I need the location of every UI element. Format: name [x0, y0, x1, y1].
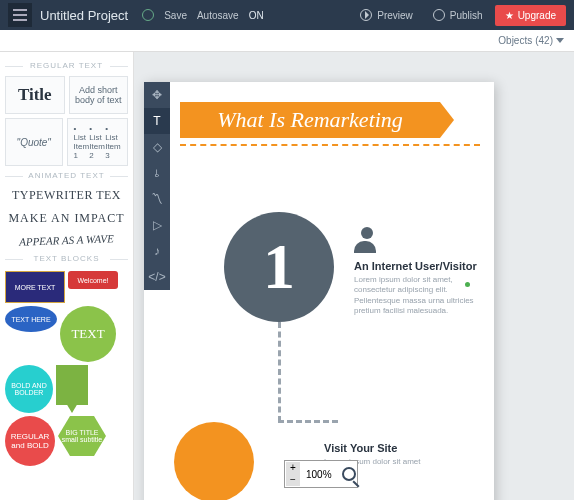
canvas-area[interactable]: ✥ T ◇ ⫰ 〽 ▷ ♪ </> What Is Remarketing 1 …: [134, 52, 574, 500]
tile-title[interactable]: Title: [5, 76, 65, 114]
tool-audio[interactable]: ♪: [144, 238, 170, 264]
tool-chart[interactable]: ⫰: [144, 160, 170, 186]
step-1-text[interactable]: An Internet User/Visitor Lorem ipsum dol…: [354, 260, 484, 317]
publish-icon: [433, 9, 445, 21]
section-animated-text: ANIMATED TEXT: [5, 171, 128, 180]
zoom-control: + − 100%: [284, 460, 358, 488]
block-regular-bold[interactable]: REGULAR and BOLD: [5, 416, 55, 466]
tool-shapes[interactable]: ◇: [144, 134, 170, 160]
tile-quote[interactable]: "Quote": [5, 118, 63, 166]
step-2-circle[interactable]: [174, 422, 254, 500]
star-icon: ★: [505, 10, 514, 21]
block-welcome[interactable]: Welcome!: [68, 271, 118, 289]
zoom-in-button[interactable]: +: [286, 462, 300, 474]
block-big-title[interactable]: BIG TITLE small subtitle: [58, 416, 106, 456]
save-icon: [142, 9, 154, 21]
dotted-divider: [180, 144, 480, 146]
tile-body-text[interactable]: Add short body of text: [69, 76, 129, 114]
play-circle-icon: [360, 9, 372, 21]
autosave-state[interactable]: ON: [249, 10, 264, 21]
upgrade-button[interactable]: ★ Upgrade: [495, 5, 566, 26]
connector-corner: [278, 420, 338, 423]
block-pin[interactable]: [56, 365, 88, 405]
publish-button[interactable]: Publish: [425, 9, 491, 21]
objects-dropdown[interactable]: Objects (42): [498, 35, 564, 46]
zoom-level: 100%: [302, 469, 336, 480]
tile-list[interactable]: • List Item 1 • List Item 2 • List Item …: [67, 118, 129, 166]
tool-move[interactable]: ✥: [144, 82, 170, 108]
step-1-circle[interactable]: 1: [224, 212, 334, 322]
chevron-down-icon: [556, 38, 564, 43]
canvas[interactable]: ✥ T ◇ ⫰ 〽 ▷ ♪ </> What Is Remarketing 1 …: [144, 82, 494, 500]
connector-line: [278, 322, 281, 422]
block-text-here[interactable]: TEXT HERE: [5, 306, 57, 332]
tool-code[interactable]: </>: [144, 264, 170, 290]
toolstrip: ✥ T ◇ ⫰ 〽 ▷ ♪ </>: [144, 82, 170, 290]
preview-button[interactable]: Preview: [352, 9, 421, 21]
person-icon: [354, 227, 380, 253]
anim-wave[interactable]: APPEAR AS A WAVE: [5, 232, 128, 248]
tool-stats[interactable]: 〽: [144, 186, 170, 212]
tool-text[interactable]: T: [144, 108, 170, 134]
block-bold[interactable]: BOLD AND BOLDER: [5, 365, 53, 413]
autosave-label: Autosave: [197, 10, 239, 21]
section-text-blocks: TEXT BLOCKS: [5, 254, 128, 263]
magnifier-icon: [342, 467, 356, 481]
menu-button[interactable]: [8, 3, 32, 27]
zoom-out-button[interactable]: −: [286, 474, 300, 486]
ribbon-text: What Is Remarketing: [217, 107, 403, 133]
sidebar: REGULAR TEXT Title Add short body of tex…: [0, 52, 134, 500]
block-more-text[interactable]: MORE TEXT: [5, 271, 65, 303]
block-text[interactable]: TEXT: [60, 306, 116, 362]
project-title[interactable]: Untitled Project: [40, 8, 128, 23]
selection-handle[interactable]: [465, 282, 470, 287]
tool-media[interactable]: ▷: [144, 212, 170, 238]
save-button[interactable]: Save: [164, 10, 187, 21]
ribbon-banner[interactable]: What Is Remarketing: [180, 102, 440, 138]
section-regular-text: REGULAR TEXT: [5, 61, 128, 70]
anim-typewriter[interactable]: TYPEWRITER TEX: [5, 188, 128, 203]
anim-impact[interactable]: MAKE AN IMPACT: [5, 211, 128, 226]
